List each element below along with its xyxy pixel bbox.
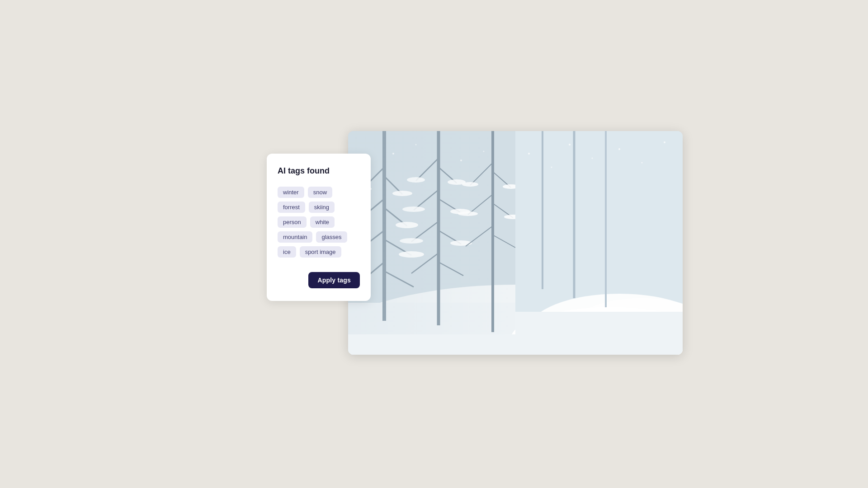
svg-point-78	[483, 151, 485, 152]
skiing-image-container	[348, 131, 683, 355]
svg-point-74	[664, 141, 665, 143]
svg-rect-66	[515, 312, 683, 355]
svg-point-71	[592, 158, 593, 159]
skiing-image	[348, 131, 683, 355]
svg-point-77	[460, 160, 462, 161]
tag-forrest[interactable]: forrest	[278, 202, 305, 213]
tag-person[interactable]: person	[278, 216, 307, 228]
apply-tags-button[interactable]: Apply tags	[308, 272, 360, 288]
tag-skiing[interactable]: skiing	[309, 202, 335, 213]
svg-rect-67	[348, 334, 515, 355]
tag-snow[interactable]: snow	[308, 187, 332, 198]
svg-point-76	[415, 144, 417, 145]
svg-point-69	[551, 167, 552, 168]
svg-point-75	[392, 153, 394, 155]
svg-point-68	[528, 153, 530, 155]
tag-glasses[interactable]: glasses	[316, 231, 347, 243]
tag-white[interactable]: white	[310, 216, 335, 228]
main-container: AI tags found wintersnowforrestskiingper…	[267, 131, 601, 357]
svg-point-70	[569, 144, 571, 145]
tags-grid: wintersnowforrestskiingpersonwhitemounta…	[278, 187, 360, 258]
ai-tags-panel: AI tags found wintersnowforrestskiingper…	[267, 154, 371, 301]
tag-ice[interactable]: ice	[278, 246, 296, 258]
tag-mountain[interactable]: mountain	[278, 231, 312, 243]
panel-title: AI tags found	[278, 166, 360, 176]
tag-sport-image[interactable]: sport image	[300, 246, 341, 258]
svg-point-73	[642, 162, 643, 164]
svg-rect-45	[348, 131, 515, 355]
svg-point-72	[618, 148, 620, 150]
tag-winter[interactable]: winter	[278, 187, 304, 198]
